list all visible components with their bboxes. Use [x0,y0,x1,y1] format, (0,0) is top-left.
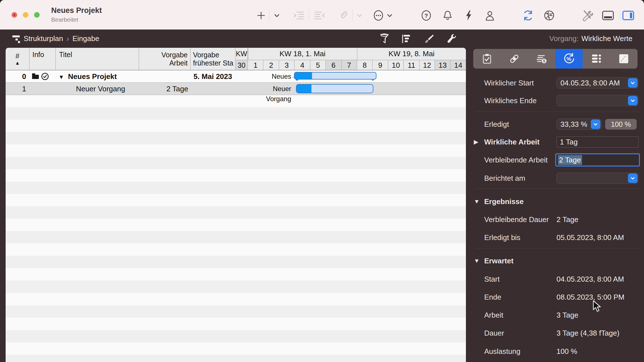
disclosure-down-icon[interactable]: ▼ [474,195,480,208]
outline-view-icon[interactable] [400,33,412,45]
right-panel-icon[interactable] [622,9,634,22]
day-header-cell[interactable]: 11 [403,60,419,70]
disclosure-right-icon[interactable]: ▶ [474,135,478,149]
minimize-button[interactable] [23,12,28,18]
empty-row[interactable] [6,169,466,182]
dropdown-button[interactable] [628,78,638,88]
add-chevron-icon[interactable] [271,9,283,22]
tab-resources[interactable] [583,49,610,69]
section-header-expected[interactable]: ▼ Erwartet [473,254,641,268]
empty-row[interactable] [6,144,466,157]
network-globe-icon[interactable] [543,9,555,22]
week-header-cell[interactable]: KW 19, 8. Mai [357,48,466,60]
day-header-cell[interactable]: 2 [263,60,279,70]
set-100-percent-button[interactable]: 100 % [605,119,637,130]
empty-row[interactable] [6,219,466,231]
empty-row[interactable] [6,194,466,206]
empty-row[interactable] [6,293,466,305]
empty-row[interactable] [6,330,466,342]
day-header-cell[interactable]: 14 [450,60,466,70]
add-icon[interactable] [255,9,267,22]
reported-on-field[interactable] [557,173,639,184]
settings-tools-icon[interactable] [581,9,593,22]
tab-checklist[interactable] [473,49,501,69]
completed-field[interactable]: 33,33 % [557,119,602,130]
empty-row[interactable] [6,231,466,243]
day-header-cell[interactable]: 3 [279,60,294,70]
empty-row[interactable] [6,280,466,293]
table-row-task-selected[interactable]: 1 Neuer Vorgang 2 Tage Neuer Vorgang [6,83,466,95]
project-summary-bar[interactable] [294,72,376,80]
breadcrumb[interactable]: Strukturplan › Eingabe [24,30,99,48]
day-header-cell[interactable]: 7 [341,60,357,70]
day-header-cell[interactable]: 10 [388,60,403,70]
dropdown-button[interactable] [591,119,600,129]
actual-start-field[interactable]: 04.05.23, 8:00 AM [557,77,639,89]
task-title-cell[interactable]: Neuer Vorgang [76,83,125,95]
help-icon[interactable]: ? [420,9,432,22]
empty-row[interactable] [6,95,466,107]
day-header-cell[interactable]: 8 [357,60,372,70]
day-header-cell[interactable]: 6 [326,60,341,70]
actual-end-field[interactable] [557,95,639,106]
outdent-icon[interactable] [313,9,326,22]
empty-row[interactable] [6,157,466,169]
more-chevron-icon[interactable] [383,9,396,22]
column-header-title[interactable]: Titel [56,48,139,70]
day-header-cell[interactable]: 13 [435,60,450,70]
day-header-cell[interactable]: 12 [419,60,435,70]
zoom-button[interactable] [34,12,40,18]
tab-actual-values[interactable]: % [555,49,583,69]
actual-work-field[interactable]: 1 Tag [557,136,639,148]
empty-row[interactable] [6,206,466,219]
user-icon[interactable] [484,9,496,22]
disclosure-down-icon[interactable]: ▼ [474,254,480,268]
format-wrench-icon[interactable] [446,33,458,45]
filter-icon[interactable] [378,33,391,45]
indent-icon[interactable] [293,9,305,22]
task-bar[interactable] [296,84,373,93]
empty-row[interactable] [6,120,466,132]
breadcrumb-view[interactable]: Strukturplan [24,34,63,43]
tab-cost[interactable]: $ [528,49,555,69]
empty-row[interactable] [6,132,466,144]
more-icon[interactable] [372,9,385,22]
empty-row[interactable] [6,355,466,362]
breadcrumb-section[interactable]: Eingabe [73,34,99,43]
empty-row[interactable] [6,318,466,330]
attachment-chevron-icon[interactable] [353,9,366,22]
column-header-info[interactable]: Info [30,48,56,70]
close-button[interactable] [12,12,17,18]
column-header-planned-work[interactable]: Vorgabe Arbeit [139,48,190,70]
day-header-cell[interactable]: 1 [248,60,263,70]
style-brush-icon[interactable] [423,33,435,45]
empty-row[interactable] [6,305,466,318]
disclosure-triangle-icon[interactable]: ▼ [59,74,64,80]
empty-row[interactable] [6,243,466,256]
column-header-earliest-start[interactable]: Vorgabe frühester Sta [190,48,235,70]
day-header-cell[interactable]: 4 [294,60,310,70]
empty-row[interactable] [6,182,466,194]
week-header-cell[interactable]: KW 18, 1. Mai [248,48,357,60]
column-header-kw[interactable]: KW [235,48,248,60]
remaining-work-field-focused[interactable]: 2 Tage [555,153,640,166]
empty-row[interactable] [6,342,466,355]
empty-row[interactable] [6,268,466,280]
sync-icon[interactable] [522,9,534,22]
column-header-number[interactable]: # ▲ [6,48,30,70]
attachment-icon[interactable] [337,9,349,22]
activity-lightning-icon[interactable] [463,9,475,22]
bottom-panel-icon[interactable] [602,9,614,22]
tab-links[interactable] [501,49,528,69]
project-title-cell[interactable]: ▼Neues Projekt [59,70,117,83]
notifications-bell-icon[interactable] [441,9,454,22]
dropdown-button[interactable] [628,96,638,105]
empty-row[interactable] [6,107,466,120]
section-header-results[interactable]: ▼ Ergebnisse [473,195,641,208]
table-row-project[interactable]: 0 ▼Neues Projekt 5. Mai 2023 Neues Proje… [6,70,466,83]
dropdown-button[interactable] [628,173,638,183]
day-header-cell[interactable]: 5 [310,60,326,70]
empty-row[interactable] [6,256,466,268]
tab-edit-note[interactable] [610,49,638,69]
day-header-cell[interactable]: 9 [372,60,388,70]
